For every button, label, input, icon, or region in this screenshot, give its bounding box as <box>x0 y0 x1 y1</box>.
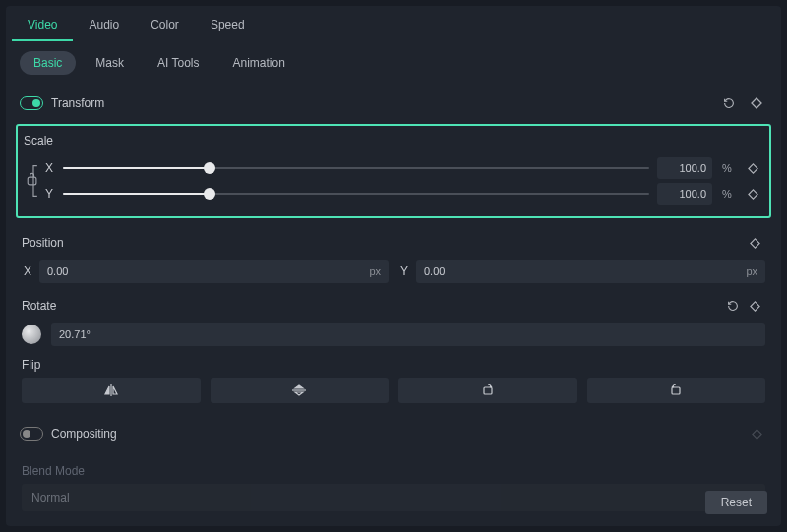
scale-section: Scale X 100.0 % <box>16 124 771 218</box>
position-y-label: Y <box>398 265 410 278</box>
scale-link[interactable] <box>24 156 43 206</box>
transform-section-header: Transform <box>6 85 781 122</box>
position-x-input[interactable]: 0.00 px <box>39 260 389 283</box>
position-label: Position <box>22 236 744 250</box>
scale-y-label: Y <box>43 187 55 201</box>
position-y-input[interactable]: 0.00 px <box>416 260 765 283</box>
rotate-cw-button[interactable] <box>398 378 577 403</box>
tab-speed[interactable]: Speed <box>195 10 261 41</box>
flip-label: Flip <box>22 358 765 372</box>
compositing-section-header: Compositing <box>6 415 781 452</box>
rotate-cw-icon <box>481 384 495 397</box>
scale-y-keyframe-icon[interactable] <box>742 183 763 205</box>
scale-y-row: Y 100.0 % <box>43 183 763 205</box>
subtab-animation[interactable]: Animation <box>218 51 298 75</box>
rotate-ccw-icon <box>669 384 683 397</box>
tab-audio[interactable]: Audio <box>73 10 135 41</box>
blend-mode-label: Blend Mode <box>22 464 765 478</box>
keyframe-icon[interactable] <box>746 92 767 114</box>
reset-icon[interactable] <box>718 92 740 114</box>
blend-mode-value: Normal <box>31 491 70 504</box>
subtab-ai-tools[interactable]: AI Tools <box>144 51 212 75</box>
subtab-basic[interactable]: Basic <box>20 51 76 75</box>
compositing-toggle[interactable] <box>20 427 43 441</box>
flip-horizontal-icon <box>104 384 118 396</box>
flip-horizontal-button[interactable] <box>22 378 201 403</box>
rotate-keyframe-icon[interactable] <box>744 295 765 317</box>
position-section: Position X 0.00 px Y 0.00 px <box>6 226 781 289</box>
sub-tabs: Basic Mask AI Tools Animation <box>6 41 781 85</box>
transform-toggle[interactable] <box>20 96 43 110</box>
transform-label: Transform <box>51 96 712 110</box>
scale-x-label: X <box>43 161 55 175</box>
reset-button[interactable]: Reset <box>705 491 767 514</box>
position-y-unit: px <box>746 266 757 277</box>
scale-x-slider[interactable] <box>63 167 649 169</box>
tab-color[interactable]: Color <box>135 10 195 41</box>
blend-mode-select[interactable]: Normal <box>22 484 765 511</box>
rotate-reset-icon[interactable] <box>722 295 744 317</box>
flip-vertical-icon <box>292 384 306 396</box>
rotate-section: Rotate 20.71° <box>6 289 781 352</box>
svg-rect-2 <box>672 387 680 394</box>
scale-x-row: X 100.0 % <box>43 157 763 179</box>
scale-x-value[interactable]: 100.0 <box>657 157 712 179</box>
position-y-value: 0.00 <box>424 266 445 277</box>
rotate-ccw-button[interactable] <box>587 378 766 403</box>
scale-x-keyframe-icon[interactable] <box>742 157 763 179</box>
position-x-label: X <box>22 265 33 278</box>
rotate-label: Rotate <box>22 299 722 313</box>
scale-y-unit: % <box>720 188 734 200</box>
svg-rect-1 <box>484 387 492 394</box>
compositing-label: Compositing <box>51 427 740 441</box>
compositing-keyframe-icon[interactable] <box>746 423 767 444</box>
scale-y-value[interactable]: 100.0 <box>657 183 712 205</box>
blend-section: Blend Mode Normal <box>6 452 781 517</box>
scale-y-slider[interactable] <box>63 193 649 195</box>
subtab-mask[interactable]: Mask <box>82 51 138 75</box>
position-keyframe-icon[interactable] <box>744 232 765 254</box>
main-tabs: Video Audio Color Speed <box>6 6 781 41</box>
scale-label: Scale <box>24 134 763 148</box>
tab-video[interactable]: Video <box>12 10 73 41</box>
rotate-input[interactable]: 20.71° <box>51 323 765 346</box>
flip-vertical-button[interactable] <box>211 378 390 403</box>
position-x-value: 0.00 <box>47 266 68 277</box>
rotate-dial[interactable] <box>22 325 41 344</box>
svg-rect-0 <box>28 177 36 185</box>
flip-section: Flip <box>6 352 781 409</box>
position-x-unit: px <box>369 266 381 277</box>
scale-x-unit: % <box>720 162 734 174</box>
